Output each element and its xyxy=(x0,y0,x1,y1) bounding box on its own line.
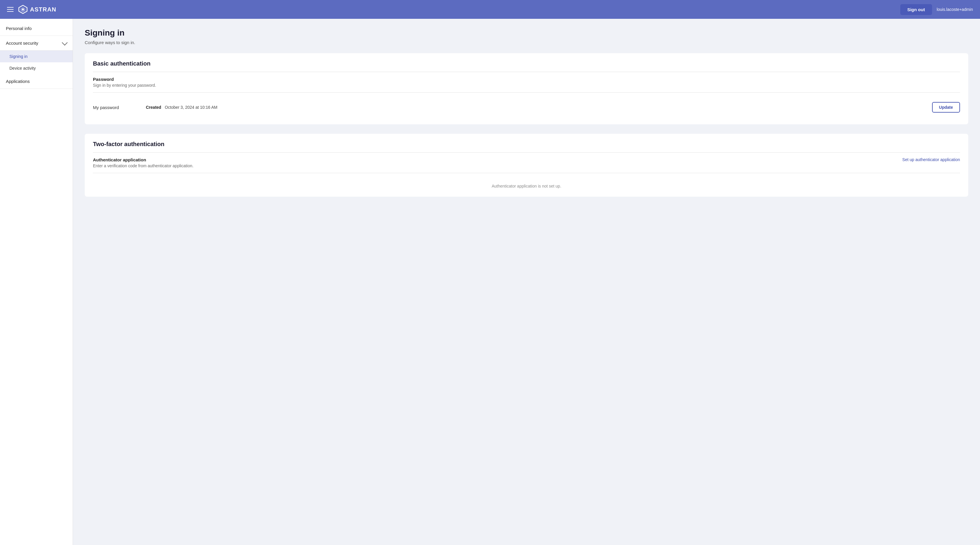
sidebar-item-personal-info[interactable]: Personal info xyxy=(0,21,73,36)
authenticator-app-desc: Enter a verification code from authentic… xyxy=(93,164,194,168)
basic-auth-title: Basic authentication xyxy=(93,60,960,67)
main-content: Signing in Configure ways to sign in. Ba… xyxy=(73,19,980,545)
created-value: October 3, 2024 at 10:16 AM xyxy=(165,105,217,110)
sidebar-item-account-security-label: Account security xyxy=(6,41,38,46)
password-section: Password Sign in by entering your passwo… xyxy=(93,77,960,87)
authenticator-app-section: Authenticator application Enter a verifi… xyxy=(93,157,194,168)
two-factor-header: Authenticator application Enter a verifi… xyxy=(93,157,960,168)
page-title: Signing in xyxy=(85,28,968,38)
basic-auth-card: Basic authentication Password Sign in by… xyxy=(85,53,968,124)
password-row: My password Created October 3, 2024 at 1… xyxy=(93,97,960,117)
auth-status-text: Authenticator application is not set up. xyxy=(93,178,960,190)
top-header: ASTRAN Sign out louis.lacoste+admin xyxy=(0,0,980,19)
my-password-label: My password xyxy=(93,105,146,110)
svg-point-2 xyxy=(22,8,24,10)
divider-4 xyxy=(93,173,960,173)
sidebar-subitem-device-activity-label: Device activity xyxy=(10,66,36,71)
sidebar-item-personal-info-label: Personal info xyxy=(6,26,32,31)
page-layout: Personal info Account security Signing i… xyxy=(0,19,980,545)
hamburger-menu[interactable] xyxy=(7,7,14,12)
logo-text: ASTRAN xyxy=(30,6,56,13)
page-subtitle: Configure ways to sign in. xyxy=(85,40,968,45)
header-right: Sign out louis.lacoste+admin xyxy=(900,4,973,15)
sidebar-item-applications-label: Applications xyxy=(6,79,30,84)
sidebar-item-applications[interactable]: Applications xyxy=(0,74,73,89)
two-factor-card: Two-factor authentication Authenticator … xyxy=(85,134,968,197)
sidebar: Personal info Account security Signing i… xyxy=(0,19,73,545)
password-desc: Sign in by entering your password. xyxy=(93,83,960,87)
sidebar-subitem-device-activity[interactable]: Device activity xyxy=(0,62,73,74)
sidebar-subitem-signing-in-label: Signing in xyxy=(10,54,28,59)
two-factor-title: Two-factor authentication xyxy=(93,141,960,148)
user-name: louis.lacoste+admin xyxy=(937,7,973,12)
sidebar-subitem-signing-in[interactable]: Signing in xyxy=(0,51,73,62)
astran-logo-icon xyxy=(18,5,28,14)
chevron-down-icon xyxy=(62,40,68,46)
sidebar-item-account-security[interactable]: Account security xyxy=(0,36,73,51)
authenticator-app-label: Authenticator application xyxy=(93,157,194,162)
logo: ASTRAN xyxy=(18,5,56,14)
update-password-button[interactable]: Update xyxy=(932,102,960,113)
divider-3 xyxy=(93,152,960,153)
setup-authenticator-link[interactable]: Set up authenticator application xyxy=(902,157,960,162)
password-meta: Created October 3, 2024 at 10:16 AM xyxy=(146,105,932,110)
header-left: ASTRAN xyxy=(7,5,56,14)
sign-out-button[interactable]: Sign out xyxy=(900,4,932,15)
password-label: Password xyxy=(93,77,960,82)
created-key: Created xyxy=(146,105,161,110)
